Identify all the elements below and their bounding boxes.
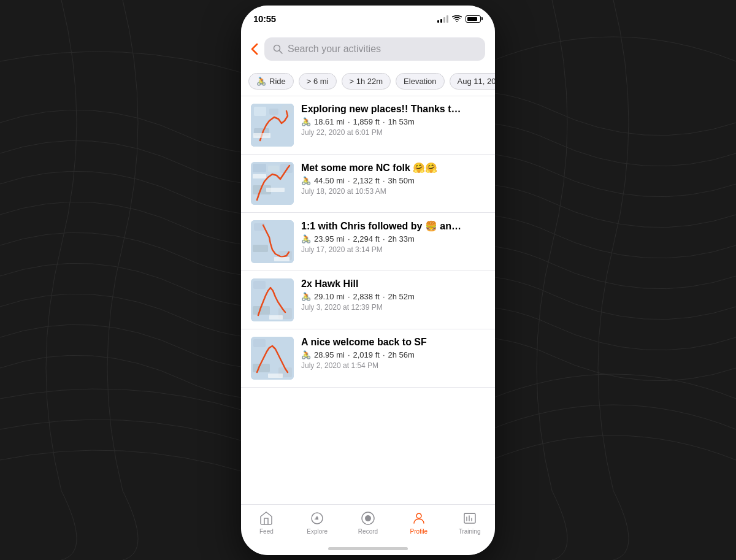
activity-stats-2: 🚴 44.50 mi · 2,132 ft · 3h 50m	[301, 176, 485, 185]
svg-rect-16	[266, 188, 285, 192]
bike-icon-2: 🚴	[301, 176, 311, 185]
activity-item[interactable]: Exploring new places!! Thanks t… 🚴 18.61…	[241, 96, 495, 155]
nav-feed-label: Feed	[259, 528, 274, 535]
search-bar[interactable]: Search your activities	[264, 37, 485, 61]
svg-rect-9	[253, 133, 270, 138]
search-placeholder: Search your activities	[288, 44, 381, 55]
nav-profile[interactable]: Profile	[393, 510, 444, 535]
training-icon	[462, 510, 477, 527]
nav-training[interactable]: Training	[444, 510, 495, 535]
feed-icon	[259, 510, 274, 527]
activity-title-5: A nice welcome back to SF	[301, 337, 485, 348]
search-icon	[273, 44, 283, 54]
activity-stats-3: 🚴 23.95 mi · 2,294 ft · 2h 33m	[301, 234, 485, 244]
nav-record-label: Record	[358, 528, 378, 535]
search-header: Search your activities	[241, 33, 495, 68]
activity-title-2: Met some more NC folk 🤗🤗	[301, 162, 485, 174]
filter-date[interactable]: Aug 11, 2019	[450, 73, 495, 90]
bike-icon-3: 🚴	[301, 234, 311, 244]
bike-icon: 🚴	[256, 77, 266, 86]
home-indicator	[328, 547, 408, 550]
activity-item[interactable]: Met some more NC folk 🤗🤗 🚴 44.50 mi · 2,…	[241, 155, 495, 213]
nav-record[interactable]: Record	[343, 510, 394, 535]
activity-map-2	[251, 162, 294, 205]
activity-stats-1: 🚴 18.61 mi · 1,859 ft · 1h 53m	[301, 117, 485, 126]
activity-date-5: July 2, 2020 at 1:54 PM	[301, 361, 485, 370]
status-icons	[437, 15, 483, 23]
svg-rect-38	[464, 513, 475, 523]
activity-map-3	[251, 220, 294, 263]
filter-row: 🚴 Ride > 6 mi > 1h 22m Elevation Aug 11,…	[241, 68, 495, 96]
battery-icon	[466, 15, 483, 23]
svg-rect-12	[268, 166, 279, 172]
bike-icon-4: 🚴	[301, 292, 311, 301]
activity-date-4: July 3, 2020 at 12:39 PM	[301, 303, 485, 312]
svg-rect-5	[269, 109, 278, 115]
svg-rect-15	[253, 174, 266, 178]
bike-icon-1: 🚴	[301, 117, 311, 126]
activity-date-2: July 18, 2020 at 10:53 AM	[301, 187, 485, 196]
activity-item[interactable]: A nice welcome back to SF 🚴 28.95 mi · 2…	[241, 329, 495, 388]
nav-explore-label: Explore	[307, 528, 328, 535]
activity-info-2: Met some more NC folk 🤗🤗 🚴 44.50 mi · 2,…	[301, 162, 485, 196]
signal-icon	[437, 15, 448, 23]
activity-info-1: Exploring new places!! Thanks t… 🚴 18.61…	[301, 104, 485, 137]
nav-profile-label: Profile	[410, 528, 427, 535]
activity-stats-5: 🚴 28.95 mi · 2,019 ft · 2h 56m	[301, 350, 485, 359]
profile-icon	[412, 510, 426, 527]
phone-frame: 10:55	[241, 6, 495, 555]
svg-point-37	[416, 513, 421, 518]
activities-list: Exploring new places!! Thanks t… 🚴 18.61…	[241, 96, 495, 504]
activity-item[interactable]: 1:1 with Chris followed by 🍔 an… 🚴 23.95…	[241, 213, 495, 271]
nav-explore[interactable]: Explore	[292, 510, 343, 535]
activity-info-5: A nice welcome back to SF 🚴 28.95 mi · 2…	[301, 337, 485, 370]
activity-title-3: 1:1 with Chris followed by 🍔 an…	[301, 220, 485, 232]
explore-icon	[310, 510, 324, 527]
filter-ride[interactable]: 🚴 Ride	[248, 73, 294, 90]
svg-rect-31	[268, 374, 283, 378]
svg-rect-21	[274, 257, 289, 261]
svg-rect-11	[253, 164, 266, 172]
activity-map-5	[251, 337, 294, 380]
back-button[interactable]	[251, 43, 258, 55]
record-icon	[361, 510, 375, 527]
activity-map-4	[251, 278, 294, 321]
activity-item[interactable]: 2x Hawk Hill 🚴 29.10 mi · 2,838 ft · 2h …	[241, 271, 495, 329]
activity-stats-4: 🚴 29.10 mi · 2,838 ft · 2h 52m	[301, 292, 485, 301]
activity-date-3: July 17, 2020 at 3:14 PM	[301, 245, 485, 254]
nav-feed[interactable]: Feed	[241, 510, 292, 535]
activity-info-4: 2x Hawk Hill 🚴 29.10 mi · 2,838 ft · 2h …	[301, 278, 485, 312]
wifi-icon	[452, 15, 462, 23]
svg-rect-4	[254, 107, 266, 116]
status-time: 10:55	[253, 13, 276, 24]
activity-info-3: 1:1 with Chris followed by 🍔 an… 🚴 23.95…	[301, 220, 485, 254]
activity-title-1: Exploring new places!! Thanks t…	[301, 104, 485, 115]
nav-training-label: Training	[459, 528, 481, 535]
activity-map-1	[251, 104, 294, 147]
filter-distance[interactable]: > 6 mi	[299, 73, 337, 90]
svg-line-1	[280, 50, 283, 53]
status-bar: 10:55	[241, 6, 495, 33]
svg-point-36	[365, 515, 371, 521]
filter-duration[interactable]: > 1h 22m	[342, 73, 391, 90]
activity-title-4: 2x Hawk Hill	[301, 278, 485, 290]
bike-icon-5: 🚴	[301, 350, 311, 359]
svg-rect-26	[269, 315, 283, 320]
svg-rect-13	[280, 164, 293, 173]
svg-rect-23	[253, 281, 266, 289]
svg-rect-28	[253, 339, 266, 347]
svg-rect-19	[253, 245, 268, 252]
activity-date-1: July 22, 2020 at 6:01 PM	[301, 128, 485, 137]
filter-elevation[interactable]: Elevation	[396, 73, 444, 90]
svg-point-34	[316, 517, 318, 520]
svg-rect-29	[253, 364, 270, 372]
